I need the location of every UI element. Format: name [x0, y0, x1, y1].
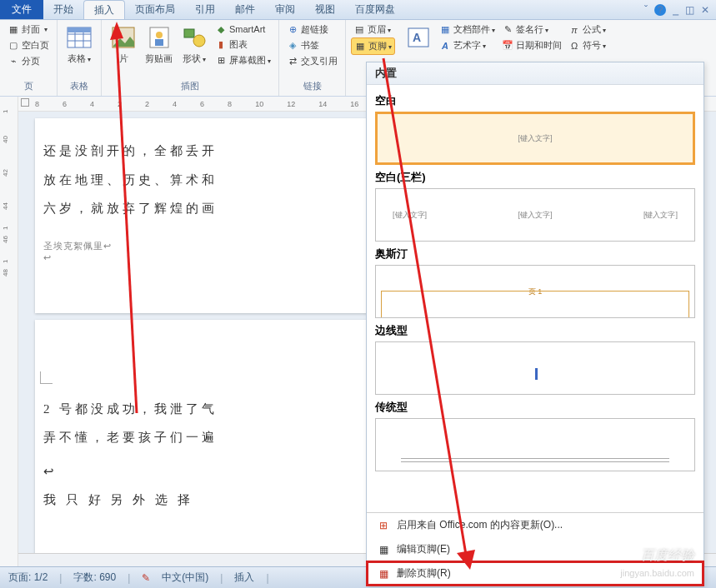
bookmark-icon: ◈: [287, 40, 298, 52]
signature-button[interactable]: ✎签名行: [499, 22, 564, 37]
remove-footer-button[interactable]: ▦ 删除页脚(R): [367, 561, 703, 586]
gallery-option-traditional-title: 传统型: [375, 400, 695, 415]
table-button[interactable]: 表格: [63, 22, 96, 67]
gallery-option-austin[interactable]: 页 1: [375, 265, 695, 318]
textbox-icon: A: [405, 24, 432, 51]
svg-text:A: A: [413, 31, 421, 44]
smartart-icon: ◆: [215, 23, 227, 35]
blank-page-icon: ▢: [8, 40, 19, 52]
hyperlink-button[interactable]: ⊕超链接: [284, 22, 340, 37]
svg-rect-11: [184, 29, 194, 37]
chart-button[interactable]: ▮图表: [213, 37, 273, 52]
placeholder-text: [键入文字]: [518, 210, 552, 221]
svg-point-12: [193, 35, 205, 47]
signature-icon: ✎: [502, 24, 513, 36]
symbol-icon: Ω: [568, 40, 580, 52]
tab-mail[interactable]: 邮件: [225, 0, 265, 19]
tab-home[interactable]: 开始: [43, 0, 83, 19]
gallery-option-austin-title: 奥斯汀: [375, 247, 695, 262]
cross-ref-icon: ⇄: [287, 56, 298, 67]
wordart-icon: A: [439, 40, 451, 52]
ribbon-minimize-icon[interactable]: ˇ: [644, 4, 648, 16]
svg-rect-10: [155, 39, 163, 46]
status-words[interactable]: 字数: 690: [73, 571, 116, 585]
vertical-ruler: 1 40 42 44 1 46 1 48: [0, 97, 18, 566]
tab-insert[interactable]: 插入: [83, 0, 125, 19]
group-tables-label: 表格: [63, 80, 96, 94]
file-tab[interactable]: 文件: [0, 0, 43, 19]
equation-icon: π: [568, 24, 580, 36]
page-break-button[interactable]: ⌁分页: [5, 53, 52, 69]
equation-button[interactable]: π公式: [566, 22, 608, 37]
gallery-option-edge[interactable]: [375, 341, 695, 395]
footer-button[interactable]: ▦页脚: [351, 37, 395, 55]
bookmark-button[interactable]: ◈书签: [284, 37, 340, 53]
gallery-option-blank3[interactable]: [键入文字] [键入文字] [键入文字]: [375, 188, 695, 242]
status-spellcheck-icon[interactable]: ✎: [142, 572, 150, 584]
shapes-icon: [181, 24, 208, 51]
blank-page-button[interactable]: ▢空白页: [5, 37, 52, 53]
status-mode[interactable]: 插入: [234, 571, 254, 585]
screenshot-icon: ⊞: [215, 55, 227, 67]
smartart-button[interactable]: ◆SmartArt: [213, 22, 273, 37]
picture-button[interactable]: 片: [107, 22, 140, 67]
footer-icon: ▦: [354, 41, 366, 52]
tab-selector-icon[interactable]: [21, 98, 29, 107]
parts-icon: ▦: [439, 24, 451, 36]
parts-button[interactable]: ▦文档部件: [437, 22, 498, 37]
chart-icon: ▮: [215, 39, 227, 51]
window-restore-icon[interactable]: ◫: [685, 4, 694, 16]
gallery-option-blank3-title: 空白(三栏): [375, 170, 695, 185]
table-icon: [66, 24, 93, 51]
screenshot-button[interactable]: ⊞屏幕截图: [213, 52, 273, 68]
hyperlink-icon: ⊕: [287, 24, 298, 36]
datetime-icon: 📅: [502, 40, 513, 52]
edit-footer-button[interactable]: ▦ 编辑页脚(E): [367, 537, 703, 561]
footer-gallery: 内置 空白 [键入文字] 空白(三栏) [键入文字] [键入文字] [键入文字]…: [366, 62, 704, 586]
group-pages-label: 页: [5, 80, 52, 94]
cover-icon: ▦: [8, 24, 19, 36]
symbol-button[interactable]: Ω符号: [566, 37, 608, 53]
header-button[interactable]: ▤页眉: [351, 22, 395, 37]
tab-review[interactable]: 审阅: [265, 0, 305, 19]
office-icon: ⊞: [377, 519, 390, 532]
status-language[interactable]: 中文(中国): [162, 571, 208, 585]
gallery-option-blank[interactable]: [键入文字]: [375, 112, 695, 165]
placeholder-text: [键入文字]: [393, 210, 427, 221]
gallery-header: 内置: [367, 62, 703, 85]
placeholder-text: [键入文字]: [518, 133, 552, 144]
cross-ref-button[interactable]: ⇄交叉引用: [284, 53, 340, 69]
svg-rect-5: [68, 27, 91, 32]
edit-icon: ▦: [377, 543, 390, 556]
header-icon: ▤: [353, 24, 365, 36]
wordart-button[interactable]: A艺术字: [437, 37, 498, 53]
picture-icon: [110, 24, 137, 51]
tab-baidu[interactable]: 百度网盘: [345, 0, 405, 19]
remove-icon: ▦: [377, 567, 390, 581]
gallery-option-edge-title: 边线型: [375, 323, 695, 338]
gallery-option-traditional[interactable]: [375, 418, 695, 471]
group-links-label: 链接: [284, 80, 340, 94]
status-page[interactable]: 页面: 1/2: [8, 571, 48, 585]
gallery-option-blank-title: 空白: [375, 93, 695, 108]
placeholder-text: [键入文字]: [643, 210, 678, 221]
office-more-button[interactable]: ⊞ 启用来自 Office.com 的内容更新(O)...: [367, 513, 703, 537]
cover-page-button[interactable]: ▦封面▾: [5, 22, 52, 37]
page-number-placeholder: 页 1: [528, 287, 543, 297]
break-icon: ⌁: [8, 56, 19, 67]
window-minimize-icon[interactable]: ⎯: [673, 4, 678, 16]
clipart-icon: [146, 24, 173, 51]
svg-point-9: [156, 32, 163, 38]
group-illustrations-label: 插图: [107, 80, 273, 94]
clipart-button[interactable]: 剪贴画: [142, 22, 176, 67]
tab-view[interactable]: 视图: [305, 0, 345, 19]
shapes-button[interactable]: 形状: [178, 22, 211, 67]
tab-references[interactable]: 引用: [185, 0, 225, 19]
tab-layout[interactable]: 页面布局: [125, 0, 185, 19]
window-close-icon[interactable]: ✕: [701, 4, 709, 16]
help-icon[interactable]: ?: [654, 4, 666, 16]
datetime-button[interactable]: 📅日期和时间: [499, 37, 564, 53]
svg-point-7: [117, 32, 122, 37]
textbox-button[interactable]: A: [402, 22, 435, 53]
